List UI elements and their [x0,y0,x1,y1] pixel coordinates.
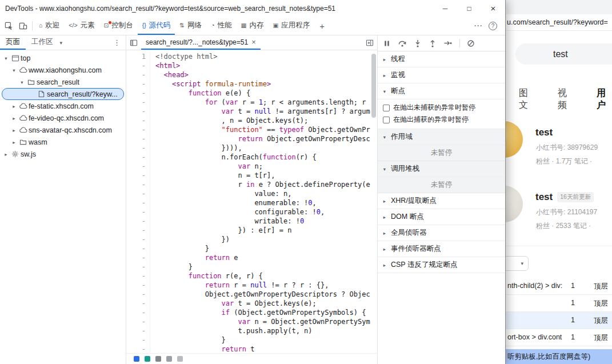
editor-scrollbar[interactable] [371,54,376,118]
code-line: var t = null != arguments[r] ? argum [155,107,377,116]
kebab-menu-icon[interactable]: ⋮ [113,38,126,47]
deactivate-breakpoints-icon[interactable] [467,39,475,47]
tab-label: 网络 [187,21,202,30]
code-line: function e(e) { [155,89,377,98]
status-icon-teal[interactable] [145,356,150,362]
navigator-toggle-icon[interactable] [126,35,141,50]
section-csp-violation-breakpoints[interactable]: ▸CSP 违反了规定断点 [378,257,505,273]
tree-item[interactable]: ▾top [0,52,126,64]
tree-item[interactable]: ▸wasm [0,136,126,148]
checkbox[interactable] [383,105,390,111]
tab-performance[interactable]: ◔性能 [206,17,236,35]
section-dom-breakpoints[interactable]: ▸DOM 断点 [378,209,505,225]
tree-arrow-icon[interactable]: ▸ [2,151,10,157]
user-stats: 粉丝 · 1.7万 笔记 · [536,157,592,166]
step-into-icon[interactable] [414,39,422,47]
avatar[interactable] [506,121,523,158]
sidebar-tab-workspace[interactable]: 工作区 [26,35,59,50]
tree-item[interactable]: ▾www.xiaohongshu.com [0,64,126,76]
step-out-icon[interactable] [429,39,437,47]
editor-tabstrip: search_result/?..._notes&type=51 × [126,35,377,50]
section-threads[interactable]: ▸线程 [378,51,505,67]
tree-item[interactable]: ▸sw.js [0,148,126,160]
breakpoint-option[interactable]: 在抛出未捕获的异常时暂停 [378,102,505,114]
chevron-down-icon[interactable]: ▾ [60,40,63,46]
breakpoint-option[interactable]: 在抛出捕获的异常时暂停 [378,114,505,126]
user-name-text: test [535,191,553,203]
tree-item[interactable]: ▾search_result [0,76,126,88]
tree-arrow-icon[interactable]: ▸ [10,115,18,121]
user-name[interactable]: test16天前更新 [535,191,594,203]
close-button[interactable]: × [481,0,505,17]
navigator-tabs: 页面工作区 [0,35,59,50]
console-row[interactable]: nth-child(2) > div:1顶层 [506,278,612,295]
line-number: - [126,207,146,217]
result-tab[interactable]: 图文 [519,87,534,111]
result-tab[interactable]: 用户 [597,87,612,111]
tree-item[interactable]: ▸fe-video-qc.xhscdn.com [0,112,126,124]
section-xhr-fetch-breakpoints[interactable]: ▸XHR/提取断点 [378,193,505,209]
line-number: - [126,116,146,125]
chevron-down-icon: ▾ [521,261,523,266]
tree-item[interactable]: search_result/?keyw... [2,88,124,100]
console-row[interactable]: 1顶层 [506,312,612,329]
tab-console[interactable]: ⊡控制台 [99,17,138,35]
tab-application[interactable]: ▣应用程序 [268,17,314,35]
tree-arrow-icon[interactable]: ▸ [10,127,18,133]
user-name[interactable]: test [535,127,553,138]
section-breakpoints[interactable]: ▾断点 [378,83,505,99]
more-tools-button[interactable]: + [314,17,330,35]
section-label: 线程 [391,54,405,64]
tab-welcome[interactable]: ⌂欢迎 [34,17,64,35]
tree-arrow-icon[interactable]: ▸ [10,103,18,109]
close-tab-icon[interactable]: × [251,38,256,46]
sources-panel-icon: {} [142,22,146,29]
section-watch[interactable]: ▸监视 [378,67,505,83]
tab-network[interactable]: ⇅网络 [175,17,206,35]
pause-icon[interactable] [383,39,391,47]
tab-memory[interactable]: ▦内存 [237,17,269,35]
maximize-button[interactable]: □ [457,0,481,17]
minimize-button[interactable]: ─ [433,0,457,17]
avatar[interactable] [506,186,523,222]
address-bar[interactable]: u.com/search_result/?keyword= [506,14,612,31]
search-input[interactable]: test [515,43,612,65]
section-global-listeners[interactable]: ▸全局侦听器 [378,225,505,241]
section-call-stack[interactable]: ▾调用堆栈 [378,161,505,177]
console-row[interactable]: 1顶层 [506,295,612,312]
window-title: DevTools - www.xiaohongshu.com/search_re… [5,5,335,13]
tab-sources[interactable]: {}源代码 [138,17,175,35]
clipboard-permission-bar[interactable]: 听剪贴板,比如百度网盘等) [506,349,612,364]
status-icon-gray1[interactable] [155,356,161,362]
tree-arrow-icon[interactable]: ▾ [10,67,18,73]
status-icon-gray2[interactable] [166,356,172,362]
tab-elements[interactable]: </>元素 [64,17,99,35]
editor-tab[interactable]: search_result/?..._notes&type=51 × [141,35,261,50]
tree-arrow-icon[interactable]: ▸ [10,139,18,145]
tree-arrow-icon[interactable]: ▾ [2,55,10,61]
tree-arrow-icon[interactable]: ▾ [18,79,26,85]
sidebar-tab-page[interactable]: 页面 [0,35,26,50]
checkbox[interactable] [383,117,390,123]
editor-overflow-icon[interactable] [362,35,377,50]
address-text: u.com/search_result/?keyword= [507,18,608,26]
editor-statusbar [126,353,377,364]
tree-item[interactable]: ▸sns-avatar-qc.xhscdn.com [0,124,126,136]
result-tab[interactable]: 视频 [558,87,573,111]
section-scope[interactable]: ▾作用域 [378,129,505,145]
step-icon[interactable] [443,39,453,47]
overflow-menu-icon[interactable]: ⋯ [474,21,482,31]
device-toolbar-icon[interactable] [16,17,30,35]
code-content[interactable]: <!doctype html><html> <head> <script for… [150,52,377,353]
checkbox-label: 在抛出捕获的异常时暂停 [393,115,469,125]
pretty-print-icon[interactable] [134,356,139,362]
context-dropdown[interactable]: ▾ [506,256,529,271]
console-row[interactable]: ort-box > div.cont1顶层 [506,329,612,346]
section-event-listener-breakpoints[interactable]: ▸事件侦听器断点 [378,241,505,257]
status-icon-gray3[interactable] [177,356,183,362]
tree-item[interactable]: ▸fe-static.xhscdn.com [0,100,126,112]
section-arrow-icon: ▾ [382,89,387,94]
help-icon[interactable]: ? [489,22,497,30]
step-over-icon[interactable] [398,39,407,47]
inspect-element-icon[interactable] [2,17,16,35]
